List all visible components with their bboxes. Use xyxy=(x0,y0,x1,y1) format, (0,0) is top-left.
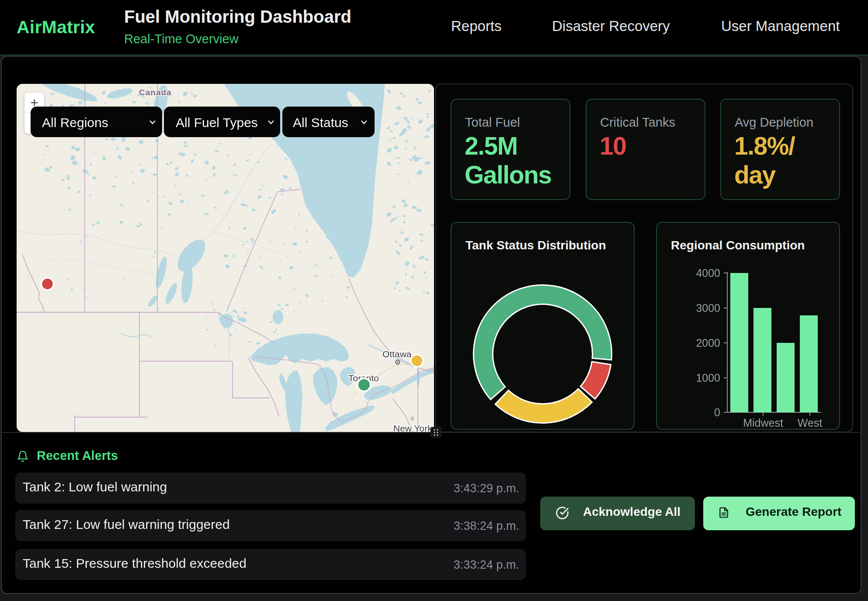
svg-text:Midwest: Midwest xyxy=(743,417,783,429)
svg-text:0: 0 xyxy=(714,406,720,418)
svg-text:1000: 1000 xyxy=(696,372,720,384)
svg-text:4000: 4000 xyxy=(696,267,720,279)
svg-text:West: West xyxy=(798,417,823,429)
svg-text:3000: 3000 xyxy=(696,302,720,314)
svg-text:2000: 2000 xyxy=(696,337,720,349)
